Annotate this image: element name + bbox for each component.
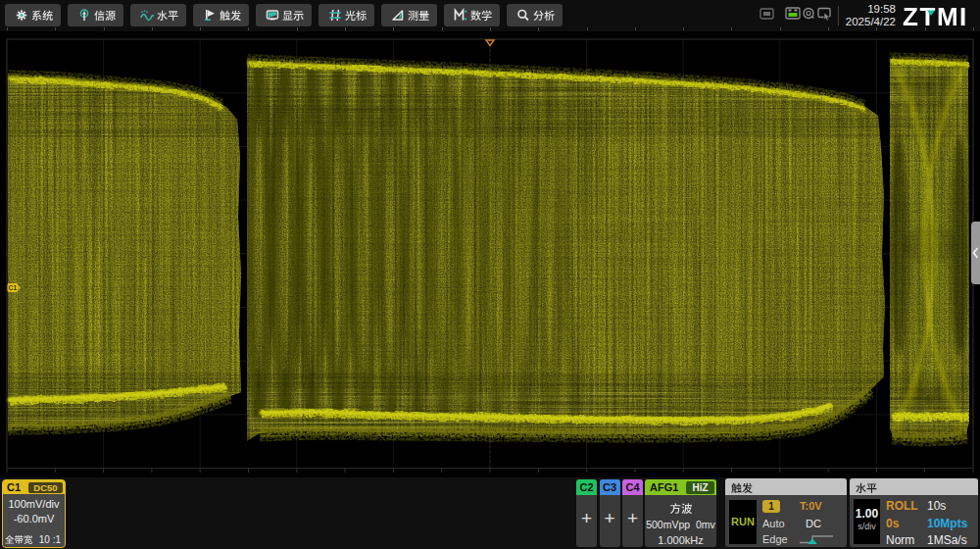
svg-text:C1: C1 xyxy=(9,284,18,291)
